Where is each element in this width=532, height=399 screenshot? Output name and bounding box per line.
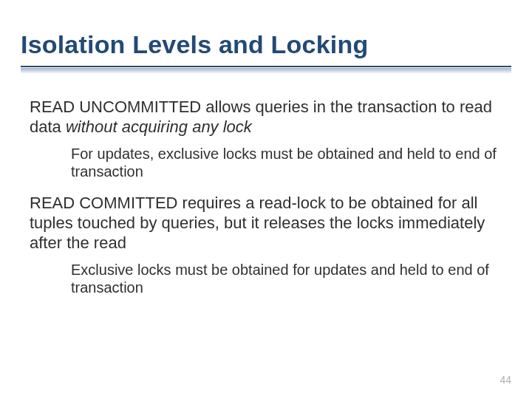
- title-shadow: [21, 68, 511, 74]
- slide: Isolation Levels and Locking READ UNCOMM…: [0, 0, 532, 399]
- slide-body: READ UNCOMMITTED allows queries in the t…: [30, 98, 502, 310]
- title-block: Isolation Levels and Locking: [21, 31, 511, 74]
- slide-title: Isolation Levels and Locking: [21, 31, 511, 63]
- subpoint-uncommitted-updates: For updates, exclusive locks must be obt…: [71, 145, 502, 181]
- paragraph-read-committed: READ COMMITTED requires a read-lock to b…: [30, 194, 502, 253]
- title-rule: [21, 66, 511, 67]
- paragraph-read-uncommitted: READ UNCOMMITTED allows queries in the t…: [30, 98, 502, 137]
- text-span-italic: without acquiring any lock: [66, 117, 252, 136]
- page-number: 44: [499, 374, 511, 386]
- subpoint-committed-updates: Exclusive locks must be obtained for upd…: [71, 261, 502, 297]
